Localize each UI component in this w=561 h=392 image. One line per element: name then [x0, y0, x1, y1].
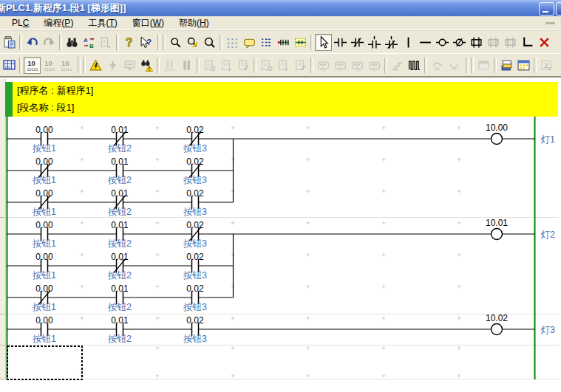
closed-contact-tool-icon[interactable]: [349, 34, 366, 51]
coil-10.02[interactable]: 10.02灯3: [486, 313, 555, 335]
contact-address: 0.02: [186, 252, 204, 262]
program-transfer-icon: [218, 57, 235, 74]
svg-text:101: 101: [371, 68, 377, 72]
io-comment-view-icon[interactable]: [258, 34, 275, 51]
toolbar-grip: [157, 34, 160, 50]
contact-symbol-name: 按钮3: [183, 207, 207, 217]
menu-item-1[interactable]: PLC: [4, 17, 36, 29]
toolbar-plc: 101101010110101011610101!101011011011011…: [0, 53, 561, 78]
contact-symbol-name: 按钮3: [183, 175, 207, 185]
trace-config-icon: 101: [349, 57, 366, 74]
selection-marquee[interactable]: [7, 346, 82, 379]
trace-clear-icon: 101: [366, 57, 383, 74]
section-name-banner[interactable]: [段名称 : 段1]: [17, 102, 74, 113]
toolbar-separator: [534, 58, 537, 73]
zoom-out-icon[interactable]: [201, 34, 218, 51]
open-contact-or-tool-icon[interactable]: [366, 34, 383, 51]
contact-symbol-name: 按钮2: [108, 207, 132, 217]
window-title: 新PLC1.新程序1.段1 [梯形图]]: [0, 1, 126, 15]
rung-annotation-icon[interactable]: [292, 34, 309, 51]
menu-bar: PLC编程(P)工具(T)窗口(W)帮助(H): [0, 16, 561, 30]
find-replace-icon[interactable]: AB: [81, 34, 98, 51]
transfer-to-plc-icon: [121, 57, 138, 74]
svg-text:101: 101: [4, 65, 10, 69]
show-rung-wrap-icon[interactable]: [275, 34, 292, 51]
svg-text:101: 101: [354, 68, 360, 72]
banner-green-bar: [5, 82, 13, 117]
zoom-in-icon[interactable]: [184, 34, 201, 51]
toolbar-grip: [83, 57, 86, 73]
svg-text:101: 101: [392, 68, 398, 72]
ladder-view: [程序名 : 新程序1][段名称 : 段1]0.00按钮10.01按钮20.02…: [0, 78, 561, 392]
svg-text:16: 16: [61, 59, 69, 67]
coil-address: 10.00: [486, 123, 508, 133]
contact-symbol-name: 按钮1: [33, 270, 56, 281]
svg-text:Z: Z: [544, 61, 548, 69]
contact-address: 0.01: [111, 315, 129, 326]
instruction-detail-icon: [485, 34, 502, 51]
menu-item-2[interactable]: 编程(P): [36, 16, 81, 30]
closed-coil-tool-icon[interactable]: [451, 34, 468, 51]
select-tool-icon[interactable]: [315, 34, 332, 51]
horizontal-line-tool-icon[interactable]: [417, 34, 434, 51]
views-stack-icon[interactable]: [498, 57, 515, 74]
monitor-hex-icon: 1610101: [58, 57, 75, 74]
contact-symbol-name: 按钮3: [183, 334, 207, 344]
mdi-child-minimize-button[interactable]: [545, 22, 555, 24]
monitor-stop-icon: [292, 57, 309, 74]
contact-symbol-name: 按钮2: [108, 143, 132, 154]
work-online-icon: [104, 57, 121, 74]
paste-program-icon[interactable]: [1, 34, 18, 51]
svg-text:10101: 10101: [44, 66, 55, 71]
toolbar-separator: [19, 58, 22, 73]
line-connect-tool-icon[interactable]: [519, 34, 536, 51]
menu-item-5[interactable]: 帮助(H): [171, 16, 217, 30]
open-contact-tool-icon[interactable]: [332, 34, 349, 51]
monitor-decimal-icon[interactable]: 1010101: [24, 57, 41, 74]
contact-symbol-name: 按钮1: [33, 175, 56, 185]
io-table-icon[interactable]: [515, 57, 532, 74]
coil-10.00[interactable]: 10.00灯1: [486, 123, 555, 145]
help-icon[interactable]: ?: [120, 34, 137, 51]
contact-symbol-name: 按钮2: [108, 334, 132, 344]
contact-symbol-name: 按钮2: [108, 270, 132, 281]
context-help-icon[interactable]: ?: [137, 34, 154, 51]
rung-comment-icon[interactable]: [241, 34, 258, 51]
time-chart-monitor-icon[interactable]: [406, 57, 423, 74]
force-on-icon: [429, 57, 446, 74]
find-icon[interactable]: [64, 34, 81, 51]
coil-tool-icon[interactable]: [434, 34, 451, 51]
grid-toggle-icon[interactable]: [224, 34, 241, 51]
vertical-line-tool-icon[interactable]: [400, 34, 417, 51]
io-monitor-grid-icon[interactable]: 101: [1, 57, 18, 74]
svg-text:10: 10: [44, 59, 52, 67]
contact-address: 0.02: [186, 283, 204, 294]
compile-program-icon[interactable]: [87, 57, 104, 74]
toolbar-separator: [310, 35, 313, 50]
instruction-tool-icon[interactable]: [468, 34, 485, 51]
undo-icon[interactable]: [24, 34, 41, 51]
contact-symbol-name: 按钮3: [183, 270, 207, 281]
menu-item-4[interactable]: 窗口(W): [125, 16, 171, 30]
ladder-canvas: [程序名 : 新程序1][段名称 : 段1]0.00按钮10.01按钮20.02…: [0, 78, 561, 392]
monitor-signed-decimal-icon: 1010101: [41, 57, 58, 74]
zoom-reset-icon[interactable]: [167, 34, 184, 51]
contact-symbol-name: 按钮1: [33, 302, 56, 312]
contact-address: 0.01: [111, 125, 129, 135]
minimize-button[interactable]: [539, 2, 554, 16]
maximize-button[interactable]: [556, 2, 561, 16]
coil-10.01[interactable]: 10.01灯2: [486, 218, 555, 240]
time-trace-icon: 101: [332, 57, 349, 74]
closed-contact-or-tool-icon[interactable]: [383, 34, 400, 51]
contact-symbol-name: 按钮1: [33, 238, 56, 249]
menu-item-3[interactable]: 工具(T): [81, 16, 124, 30]
svg-text:101: 101: [320, 68, 326, 72]
svg-text:101: 101: [337, 68, 343, 72]
delete-tool-icon[interactable]: [536, 34, 553, 51]
program-name-banner[interactable]: [程序名 : 新程序1]: [17, 85, 93, 96]
toolbar-separator: [310, 58, 313, 73]
search-warning-icon[interactable]: !: [138, 57, 155, 74]
contact-address: 0.02: [186, 157, 204, 167]
rung-3: 0.00按钮10.01按钮20.02按钮310.02灯3: [7, 313, 556, 344]
contact-symbol-name: 按钮2: [108, 175, 132, 185]
